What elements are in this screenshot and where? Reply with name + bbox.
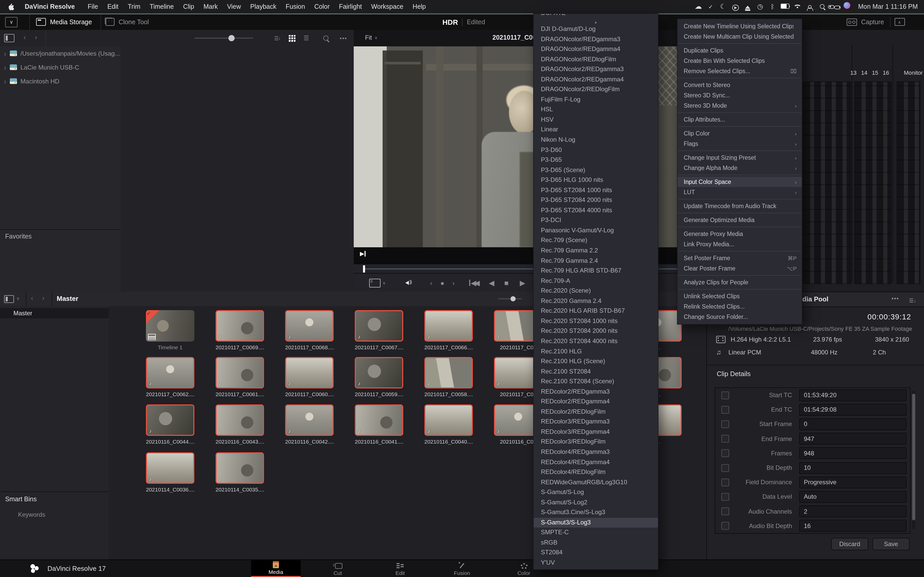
smart-bin-keywords[interactable]: Keywords [18,511,45,518]
context-menu-item[interactable] [678,150,801,151]
color-space-option[interactable]: Rec.2100 ST2084 [534,367,658,377]
context-menu-item[interactable]: Analyze Clips for People [677,277,802,287]
color-space-option[interactable]: Rec.709-A [534,276,658,286]
media-clip-card[interactable]: ♪✓20210117_C0062.... [146,357,194,397]
context-menu-item[interactable]: Link Proxy Media... [677,239,802,249]
clip-thumbnail[interactable]: ♪✓ [355,310,403,342]
color-space-option[interactable]: P3-D65 (Scene) [534,165,658,175]
color-space-option[interactable]: Rec.2100 HLG (Scene) [534,356,658,367]
chevron-down-icon[interactable]: ∨ [16,296,19,301]
context-menu-item[interactable] [678,112,801,113]
play-button[interactable]: ▶ [520,278,525,288]
status-icon[interactable] [828,3,840,11]
row-checkbox[interactable] [721,464,729,472]
page-tab[interactable]: Edit [375,560,425,577]
status-icon[interactable] [840,2,853,10]
thumbnail-size-slider[interactable] [194,38,253,39]
color-space-option[interactable]: REDcolor2/REDgamma3 [534,387,658,397]
color-space-option[interactable]: Rec.2100 ST2084 (Scene) [534,377,658,387]
media-clip-card[interactable]: ♪✓20210117_C0068.... [285,310,334,350]
stop-button[interactable]: ■ [504,278,509,288]
color-space-option[interactable]: FujiFilm F-Log [534,95,658,105]
context-menu-item[interactable] [678,126,801,127]
color-space-option[interactable]: P3-D65 HLG 1000 nits [534,175,658,185]
status-icon[interactable] [741,3,754,12]
context-menu-item[interactable]: Create Bin With Selected Clips [677,56,802,66]
color-space-option[interactable]: DRAGONcolor2/REDlogFilm [534,85,658,95]
playhead[interactable] [363,265,365,272]
menubar-item[interactable]: Trim [123,3,145,10]
color-space-option[interactable]: S-Gamut3.Cine/S-Log3 [534,508,658,518]
color-space-option[interactable]: DRAGONcolor/REDgamma4 [534,44,658,54]
clip-thumbnail[interactable]: ♪✓ [285,310,334,342]
sort-icon[interactable] [272,34,283,43]
color-space-option[interactable]: REDcolor3/REDgamma3 [534,417,658,427]
color-space-option[interactable]: REDcolor4/REDlogFilm [534,467,658,477]
menubar-app-name[interactable]: DaVinci Resolve [21,3,79,10]
status-icon[interactable] [729,4,741,12]
sort-icon[interactable] [909,295,916,305]
color-space-option[interactable]: S-Gamut/S-Log2 [534,497,658,508]
disclosure-arrow[interactable]: › [4,63,6,72]
bin-forward-arrow[interactable]: › [42,294,45,302]
color-space-option[interactable]: Y'UV [534,558,658,568]
play-reverse-button[interactable]: ◀ [489,278,494,288]
clip-thumbnail[interactable]: ♪✓ [424,357,473,388]
context-menu-item[interactable] [678,78,801,78]
color-space-option[interactable]: DRAGONcolor2/REDgamma4 [534,74,658,84]
bin-zoom-slider[interactable] [498,298,522,299]
row-checkbox[interactable] [721,493,729,501]
color-space-option[interactable]: P3-DCI [534,216,658,226]
clean-feed-icon[interactable] [895,18,905,26]
row-checkbox[interactable] [721,522,729,530]
color-space-option[interactable]: S-Gamut3/S-Log3 [534,518,658,528]
menubar-item[interactable]: Help [408,3,430,10]
detail-value-field[interactable]: 2 [799,505,906,517]
color-space-option[interactable]: P3-D65 ST2084 4000 nits [534,206,658,216]
row-checkbox[interactable] [721,450,729,457]
discard-button[interactable]: Discard [831,538,868,550]
clip-thumbnail[interactable]: ♪✓ [355,405,403,436]
color-space-option[interactable]: REDcolor4/REDgamma4 [534,457,658,467]
color-space-option[interactable]: Rec.2020 (Scene) [534,286,658,296]
color-space-option[interactable]: REDWideGamutRGB/Log3G10 [534,477,658,487]
menubar-item[interactable]: Fusion [281,3,310,10]
context-menu-item[interactable]: Create New Multicam Clip Using Selected … [677,31,802,42]
context-menu-item[interactable] [678,289,801,290]
context-menu-item[interactable]: Convert to Stereo [677,80,802,90]
disclosure-arrow[interactable]: › [4,77,6,85]
collapse-bin-sidebar-icon[interactable] [4,295,14,303]
menubar-item[interactable]: Edit [103,3,123,10]
media-clip-card[interactable]: ♪✓20210116_C0040.... [424,405,473,445]
storage-location-item[interactable]: › Macintosh HD [0,74,121,88]
submenu-clipped-item[interactable]: DCI-XYZ [534,14,658,20]
audio-volume-icon[interactable] [404,278,415,288]
menubar-item[interactable]: Mark [199,3,223,10]
jog-controls[interactable]: ‹ ● › [430,278,458,288]
detail-value-field[interactable]: 947 [799,433,906,445]
menubar-item[interactable]: Clip [178,3,199,10]
media-clip-card[interactable]: ♪✓20210117_C0060.... [285,357,334,397]
clip-thumbnail[interactable]: ♪✓ [146,405,194,436]
menubar-clock[interactable]: Mon Mar 1 11:16 PM [858,3,918,10]
context-menu-item[interactable]: Stereo 3D Sync... [677,90,802,100]
detail-value-field[interactable]: 0 [799,418,906,430]
color-space-option[interactable]: P3-D60 [534,145,658,155]
color-space-option[interactable]: HSL [534,105,658,115]
menubar-item[interactable]: Color [310,3,334,10]
menubar-item[interactable]: View [223,3,246,10]
context-menu-item[interactable] [678,43,801,44]
row-checkbox[interactable] [721,406,729,414]
color-space-option[interactable]: P3-D65 [534,155,658,165]
panel-options-button[interactable]: ∨ [5,17,18,27]
color-space-option[interactable]: DRAGONcolor/REDlogFilm [534,54,658,64]
status-icon[interactable] [766,3,779,11]
page-tab[interactable]: Fusion [437,560,487,577]
media-clip-card[interactable]: ♪✓20210117_C0061.... [215,357,264,397]
forward-arrow[interactable]: › [32,33,40,41]
media-clip-card[interactable]: ♪✓20210117_C0059.... [355,357,403,397]
file-browser-area[interactable] [121,47,354,292]
color-space-option[interactable]: S-Gamut/S-Log [534,487,658,497]
context-menu-item[interactable] [678,199,801,199]
media-clip-card[interactable]: ♪✓20210116_C0043.... [215,405,264,445]
